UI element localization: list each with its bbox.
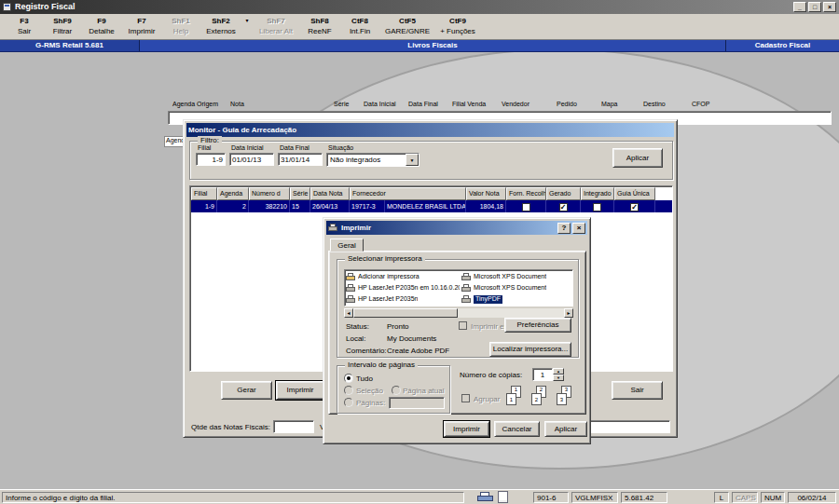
col-header-agenda[interactable]: Agenda xyxy=(217,187,249,200)
gerado-checkbox[interactable]: ✓ xyxy=(559,203,568,211)
cell-data-nota: 26/04/13 xyxy=(310,200,350,212)
document-icon xyxy=(498,491,508,503)
col-header-numero[interactable]: Número d xyxy=(249,187,290,200)
tab-geral[interactable]: Geral xyxy=(330,238,364,252)
status-panel-filial: 901-6 xyxy=(533,492,569,503)
sair-button[interactable]: Sair xyxy=(612,381,663,400)
toolbar-item-intfin[interactable]: CtF8 Int.Fin xyxy=(339,14,380,39)
cell-guia-unica: ✓ xyxy=(614,200,655,212)
toolbar-item-externos[interactable]: ShF2 Externos xyxy=(199,14,242,39)
window-titlebar[interactable]: Registro Fiscal _ □ × xyxy=(0,0,839,14)
status-value: Pronto xyxy=(387,322,409,331)
function-toolbar: F3 Sair ShF9 Filtrar F9 Detalhe F7 Impri… xyxy=(0,14,839,40)
aplicar-button[interactable]: Aplicar xyxy=(612,148,663,168)
status-lock-num: NUM xyxy=(761,492,785,503)
grid-row-selected[interactable]: 1-9 2 382210 15 26/04/13 19717-3 MONDELE… xyxy=(191,200,672,212)
print-to-file-checkbox xyxy=(459,321,467,330)
status-bar: Informe o código e dígito da filial. 901… xyxy=(0,489,839,504)
toolbar-item-funcoes[interactable]: CtF9 + Funções xyxy=(434,14,481,39)
cell-valor-nota: 1804,18 xyxy=(466,200,506,212)
printer-icon xyxy=(346,295,356,304)
col-header-forn-recolhe[interactable]: Forn. Recolhe xyxy=(506,187,546,200)
toolbar-item-gare-gnre[interactable]: CtF5 GARE/GNRE xyxy=(380,14,434,39)
page-range-group: Intervalo de páginas Tudo Seleção Página… xyxy=(337,365,450,414)
monitor-dialog-title: Monitor - Guia de Arrecadação xyxy=(188,126,296,134)
status-date: 06/02/14 xyxy=(788,492,836,503)
close-icon[interactable]: × xyxy=(572,223,585,234)
col-header-serie[interactable]: Série xyxy=(290,187,310,200)
print-tab-panel: Selecionar impressora Adicionar impresso… xyxy=(328,251,586,415)
col-header-valor-nota[interactable]: Valor Nota xyxy=(466,187,506,200)
qtde-notas-label: Qtde das Notas Fiscais: xyxy=(191,423,270,431)
printer-item-selected[interactable]: TinyPDF xyxy=(461,294,572,305)
externos-dropdown-icon[interactable]: ▾ xyxy=(242,14,252,39)
gerar-button[interactable]: Gerar xyxy=(221,381,272,400)
spinner-down-icon[interactable]: ▼ xyxy=(553,375,564,381)
col-header-guia-unica[interactable]: Guia Única xyxy=(614,187,655,200)
spinner-up-icon[interactable]: ▲ xyxy=(553,368,564,375)
toolbar-item-reenf[interactable]: ShF8 ReeNF xyxy=(300,14,339,39)
print-dialog-titlebar[interactable]: Imprimir ? × xyxy=(326,221,587,235)
col-header-integrado[interactable]: Integrado xyxy=(581,187,614,200)
banner-module: Livros Fiscais xyxy=(140,40,726,51)
scrollbar-thumb[interactable] xyxy=(353,308,458,318)
bg-column-header: Data Inicial xyxy=(364,101,396,108)
filial-label: Filial xyxy=(198,144,211,152)
radio-tudo[interactable] xyxy=(344,374,353,383)
help-icon[interactable]: ? xyxy=(557,223,571,234)
situacao-select[interactable]: Não integrados ▼ xyxy=(326,153,420,167)
scroll-left-icon[interactable]: ◄ xyxy=(344,308,353,318)
grid-header-row: Filial Agenda Número d Série Data Nota F… xyxy=(191,187,672,200)
localizar-impressora-button[interactable]: Localizar impressora... xyxy=(489,342,571,357)
printer-item[interactable]: HP LaserJet P2035n em 10.16.0.20 (de RMS… xyxy=(346,283,460,293)
status-lock-caps: CAPS xyxy=(732,492,758,503)
print-cancelar-button[interactable]: Cancelar xyxy=(494,421,540,437)
data-inicial-input[interactable]: 01/01/13 xyxy=(229,153,274,166)
printer-item[interactable]: Microsoft XPS Document xyxy=(461,283,572,293)
add-printer-item[interactable]: Adicionar impressora xyxy=(346,272,460,282)
col-header-fornecedor[interactable]: Fornecedor xyxy=(350,187,466,200)
integrado-checkbox[interactable] xyxy=(593,203,601,211)
printer-list: Adicionar impressora HP LaserJet P2035n … xyxy=(344,269,573,306)
printer-item[interactable]: HP LaserJet P2035n xyxy=(346,294,460,305)
col-header-gerado[interactable]: Gerado xyxy=(546,187,581,200)
preferencias-button[interactable]: Preferências xyxy=(504,318,571,333)
printer-icon xyxy=(461,295,472,304)
banner-product: G-RMS Retail 5.681 xyxy=(0,40,140,51)
radio-pagina-atual xyxy=(392,386,401,395)
add-printer-icon xyxy=(346,273,356,281)
combo-arrow-icon[interactable]: ▼ xyxy=(406,154,419,166)
toolbar-item-imprimir[interactable]: F7 Imprimir xyxy=(121,14,162,39)
toolbar-item-detalhe[interactable]: F9 Detalhe xyxy=(82,14,121,39)
app-icon xyxy=(3,3,11,11)
copias-input[interactable]: 1 xyxy=(532,368,553,381)
maximize-icon[interactable]: □ xyxy=(808,2,821,12)
imprimir-button[interactable]: Imprimir xyxy=(276,381,324,400)
monitor-dialog-titlebar[interactable]: Monitor - Guia de Arrecadação xyxy=(186,123,674,137)
toolbar-item-sair[interactable]: F3 Sair xyxy=(6,14,43,39)
print-aplicar-button[interactable]: Aplicar xyxy=(544,421,587,437)
forn-recolhe-checkbox[interactable] xyxy=(522,203,530,211)
status-lock-l: L xyxy=(714,492,729,503)
cell-fornecedor-nome: MONDELEZ BRASIL LTDA xyxy=(385,200,466,212)
guia-unica-checkbox[interactable]: ✓ xyxy=(630,203,639,211)
filial-input[interactable]: 1-9 xyxy=(196,153,226,166)
print-imprimir-button[interactable]: Imprimir xyxy=(444,421,489,437)
col-header-filial[interactable]: Filial xyxy=(191,187,217,200)
minimize-icon[interactable]: _ xyxy=(793,2,806,12)
cell-fornecedor-codigo: 19717-3 xyxy=(350,200,385,212)
col-header-data-nota[interactable]: Data Nota xyxy=(310,187,350,200)
select-printer-group: Selecionar impressora Adicionar impresso… xyxy=(337,259,579,358)
radio-paginas xyxy=(344,398,353,407)
close-icon[interactable]: × xyxy=(823,2,836,12)
data-final-input[interactable]: 31/01/14 xyxy=(278,153,323,166)
printer-icon xyxy=(346,284,356,293)
printer-item[interactable]: Microsoft XPS Document xyxy=(461,272,572,282)
local-value: My Documents xyxy=(387,334,436,343)
radio-selecao-label: Seleção xyxy=(356,387,383,395)
mdi-area: Agenda Origem Nota Série Data Inicial Da… xyxy=(0,52,839,489)
toolbar-item-filtrar[interactable]: ShF9 Filtrar xyxy=(43,14,82,39)
printer-list-scrollbar[interactable]: ◄ ► xyxy=(344,308,573,318)
agrupar-label: Agrupar xyxy=(474,395,500,403)
scroll-right-icon[interactable]: ► xyxy=(564,308,573,318)
